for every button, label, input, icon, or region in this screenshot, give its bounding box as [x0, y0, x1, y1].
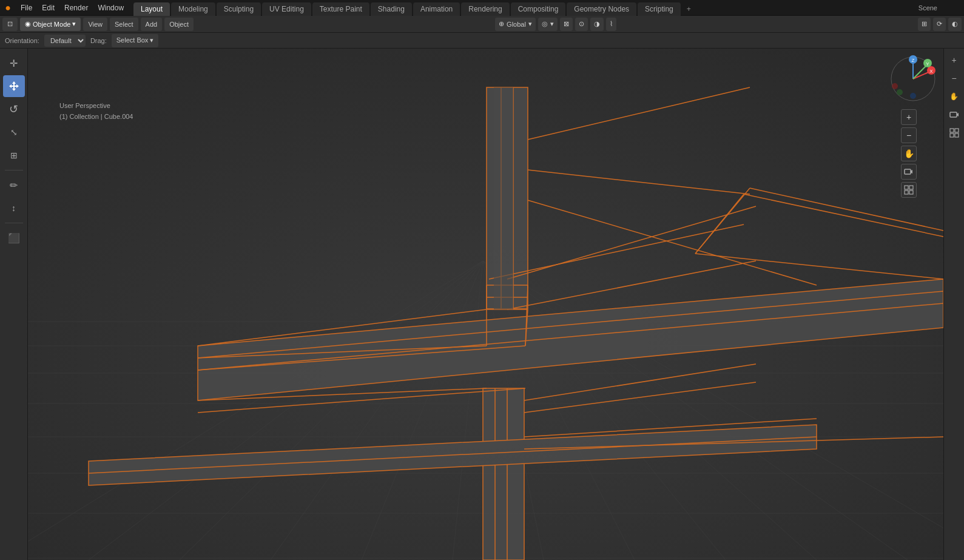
visibility-btn[interactable]: ◑ [590, 18, 604, 31]
viewport-3d[interactable]: User Perspective (1) Collection | Cube.0… [28, 49, 943, 560]
move-tool-btn[interactable] [3, 75, 25, 97]
orientation-select[interactable]: Default Global Local Normal [44, 35, 86, 47]
tab-shading[interactable]: Shading [371, 2, 412, 16]
transform-icon: ⊞ [10, 150, 18, 160]
grid-viewport-btn[interactable] [901, 182, 917, 198]
grid-vp-icon [904, 185, 914, 195]
tab-compositing[interactable]: Compositing [511, 2, 566, 16]
tool-separator-1 [5, 170, 23, 170]
pan-btn[interactable]: ✋ [946, 89, 962, 104]
tab-add-button[interactable]: + [682, 2, 696, 16]
object-mode-btn[interactable]: ◉ Object Mode ▾ [20, 18, 81, 31]
snapping-btn[interactable]: ⊠ [560, 18, 573, 31]
global-transform-btn[interactable]: ⊕ Global ▾ [495, 18, 536, 31]
svg-rect-1 [950, 112, 957, 117]
add-btn[interactable]: Add [141, 18, 163, 31]
left-toolbar: ✛ ↺ ⤡ ⊞ ✏ ↕ ⬛ [0, 49, 28, 560]
camera-btn[interactable] [946, 107, 962, 123]
view-btn[interactable]: View [83, 18, 107, 31]
pivot-chevron: ▾ [550, 20, 554, 28]
svg-rect-40 [483, 388, 524, 560]
global-chevron: ▾ [528, 20, 532, 28]
svg-rect-84 [909, 191, 913, 194]
menu-render[interactable]: Render [59, 0, 93, 15]
svg-point-78 [910, 93, 916, 99]
transform-pivot-btn[interactable]: ◎ ▾ [538, 18, 558, 31]
add-cube-icon: ⬛ [8, 232, 20, 244]
select-btn[interactable]: Select [110, 18, 138, 31]
editor-type-icon: ⊡ [7, 20, 13, 28]
grid-icon [949, 128, 959, 138]
blender-logo[interactable]: ● [0, 0, 16, 16]
svg-rect-81 [905, 186, 908, 189]
camera-viewport-btn[interactable] [901, 164, 917, 180]
svg-rect-4 [955, 129, 959, 132]
global-icon: ⊕ [499, 20, 504, 28]
menu-window[interactable]: Window [93, 0, 129, 15]
orientation-label: Orientation: [5, 37, 39, 44]
annotate-tool-btn[interactable]: ✏ [3, 174, 25, 196]
tab-rendering[interactable]: Rendering [461, 2, 509, 16]
rotate-tool-btn[interactable]: ↺ [3, 98, 25, 120]
proportional-edit-btn[interactable]: ⊙ [575, 18, 588, 31]
proportional-icon: ⊙ [579, 20, 584, 28]
pivot-icon: ◎ [542, 20, 548, 28]
zoom-in-icon: + [951, 55, 956, 65]
object-mode-icon: ◉ [25, 20, 31, 28]
navigation-gizmo[interactable]: Z X Y [889, 55, 937, 103]
object-btn[interactable]: Object [164, 18, 194, 31]
tab-texture-paint[interactable]: Texture Paint [312, 2, 369, 16]
tab-sculpting[interactable]: Sculpting [217, 2, 261, 16]
tab-uv-editing[interactable]: UV Editing [262, 2, 311, 16]
zoom-in-btn[interactable]: + [946, 52, 962, 68]
transform-tool-btn[interactable]: ⊞ [3, 144, 25, 166]
zoom-out-viewport-btn[interactable]: − [901, 127, 917, 143]
zoom-out-icon: − [951, 73, 956, 83]
object-mode-label: Object Mode [33, 21, 70, 28]
annotate-icon: ✏ [10, 180, 18, 191]
center-toolbar: ⊕ Global ▾ ◎ ▾ ⊠ ⊙ ◑ ⌇ [495, 18, 616, 31]
svg-text:X: X [929, 69, 933, 74]
grid-btn[interactable] [946, 125, 962, 141]
overlay-icon: ⊞ [922, 20, 927, 28]
svg-rect-5 [950, 133, 954, 137]
wireframe-icon: ⌇ [610, 20, 613, 28]
global-label: Global [507, 21, 526, 28]
zoom-icon: + [906, 112, 911, 122]
svg-text:Z: Z [912, 58, 915, 63]
move-icon [8, 80, 20, 92]
tab-geometry-nodes[interactable]: Geometry Nodes [567, 2, 636, 16]
overlay-btn[interactable]: ⊞ [918, 18, 931, 31]
shading-btn[interactable]: ◐ [948, 18, 962, 31]
cursor-tool-btn[interactable]: ✛ [3, 52, 25, 74]
zoom-out-vp-icon: − [906, 130, 911, 140]
editor-type-btn[interactable]: ⊡ [2, 18, 18, 31]
gizmo-icon: ⟳ [937, 20, 942, 28]
svg-text:Y: Y [926, 61, 929, 67]
menu-edit[interactable]: Edit [37, 0, 59, 15]
zoom-out-btn[interactable]: − [946, 70, 962, 86]
nav-gizmo-svg: Z X Y [889, 55, 937, 103]
add-cube-tool-btn[interactable]: ⬛ [3, 227, 25, 249]
select-box-btn[interactable]: Select Box ▾ [112, 34, 159, 47]
object-mode-chevron: ▾ [72, 20, 76, 28]
tab-modeling[interactable]: Modeling [171, 2, 215, 16]
wireframe-btn[interactable]: ⌇ [606, 18, 616, 31]
tab-layout[interactable]: Layout [133, 2, 170, 16]
measure-icon: ↕ [12, 203, 16, 213]
header-toolbar: ⊡ ◉ Object Mode ▾ View Select Add Object… [0, 16, 964, 33]
tab-scripting[interactable]: Scripting [638, 2, 681, 16]
pan-viewport-btn[interactable]: ✋ [901, 146, 917, 161]
gizmo-btn[interactable]: ⟳ [933, 18, 946, 31]
svg-rect-83 [905, 191, 908, 194]
menu-items: File Edit Render Window Help [16, 0, 153, 15]
pan-vp-icon: ✋ [904, 149, 914, 158]
cursor-icon: ✛ [10, 58, 18, 69]
tab-animation[interactable]: Animation [413, 2, 460, 16]
menu-file[interactable]: File [16, 0, 37, 15]
zoom-viewport-btn[interactable]: + [901, 109, 917, 125]
right-toolbar: + − ✋ [943, 49, 964, 560]
camera-icon [949, 110, 959, 120]
scale-tool-btn[interactable]: ⤡ [3, 121, 25, 143]
measure-tool-btn[interactable]: ↕ [3, 197, 25, 219]
